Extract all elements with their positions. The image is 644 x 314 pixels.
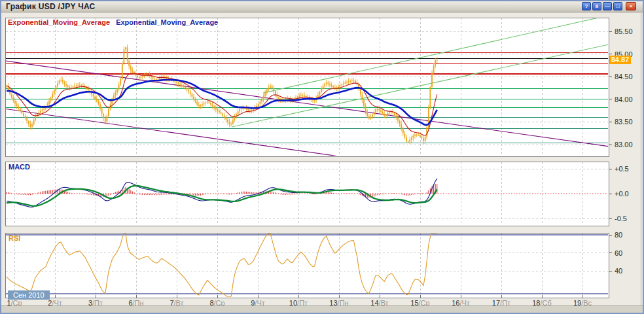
indicator-legend: Exponential_Moving_Average Exponential_M… bbox=[8, 18, 218, 26]
month-box: Сен 2010 bbox=[8, 290, 50, 300]
help-button[interactable]: ? bbox=[582, 2, 591, 10]
rsi-panel-label: RSI bbox=[9, 234, 20, 242]
rsi-tick-label: 40 bbox=[615, 267, 622, 275]
macd-tick-label: +0.0 bbox=[615, 190, 629, 198]
axis-labels: 85.5085.0084.5084.0083.5083.00+0.5+0.0-0… bbox=[609, 27, 633, 275]
pause-button[interactable]: II bbox=[592, 2, 601, 10]
minimize-icon: — bbox=[605, 3, 610, 9]
legend-ema-fast[interactable]: Exponential_Moving_Average bbox=[8, 18, 110, 26]
window-title: График USD /JPY ЧАС bbox=[1, 2, 96, 11]
price-tick-label: 84.50 bbox=[615, 73, 633, 80]
macd-panel-label: MACD bbox=[9, 163, 30, 171]
maximize-icon: □ bbox=[617, 3, 620, 9]
pause-icon: II bbox=[596, 3, 598, 9]
price-tick-label: 85.50 bbox=[615, 27, 633, 35]
chart-window: График USD /JPY ЧАС ? II — □ × 85.5085.0… bbox=[0, 0, 644, 314]
macd-tick-label: -0.5 bbox=[615, 215, 627, 222]
rsi-tick-label: 80 bbox=[615, 231, 622, 239]
price-tick-label: 83.00 bbox=[615, 141, 633, 148]
close-icon: × bbox=[630, 3, 633, 9]
chart-panels[interactable] bbox=[5, 18, 609, 298]
help-icon: ? bbox=[585, 3, 588, 9]
bottom-strip bbox=[1, 305, 643, 313]
chart-canvas: 85.5085.0084.5084.0083.5083.00+0.5+0.0-0… bbox=[1, 1, 644, 314]
price-tick-label: 84.00 bbox=[615, 96, 633, 103]
rsi-tick-label: 60 bbox=[615, 249, 622, 257]
close-button[interactable]: × bbox=[626, 2, 636, 10]
maximize-button[interactable]: □ bbox=[613, 2, 622, 10]
titlebar[interactable]: График USD /JPY ЧАС bbox=[1, 1, 643, 12]
macd-tick-label: +0.5 bbox=[615, 165, 629, 173]
legend-ema-slow[interactable]: Exponential_Moving_Average bbox=[116, 18, 218, 26]
window-buttons: ? II — □ × bbox=[582, 2, 636, 10]
price-tick-label: 83.50 bbox=[615, 118, 633, 126]
minimize-button[interactable]: — bbox=[603, 2, 612, 10]
current-price-tag: 84.87 bbox=[609, 56, 631, 64]
